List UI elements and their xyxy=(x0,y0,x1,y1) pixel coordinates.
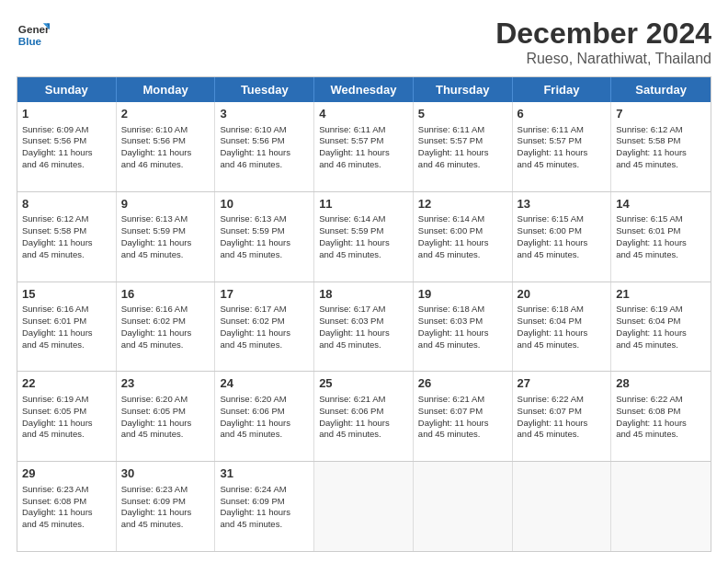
calendar-cell: 2Sunrise: 6:10 AMSunset: 5:56 PMDaylight… xyxy=(117,102,216,191)
calendar-week-1: 1Sunrise: 6:09 AMSunset: 5:56 PMDaylight… xyxy=(17,102,711,191)
location-subtitle: Rueso, Narathiwat, Thailand xyxy=(495,51,711,67)
header-friday: Friday xyxy=(513,77,612,102)
day-number: 24 xyxy=(220,375,309,392)
sun-info: Sunrise: 6:09 AMSunset: 5:56 PMDaylight:… xyxy=(22,124,93,169)
calendar-week-4: 22Sunrise: 6:19 AMSunset: 6:05 PMDayligh… xyxy=(17,371,711,461)
day-number: 27 xyxy=(518,375,607,392)
calendar-cell: 16Sunrise: 6:16 AMSunset: 6:02 PMDayligh… xyxy=(117,282,216,372)
sun-info: Sunrise: 6:15 AMSunset: 6:01 PMDaylight:… xyxy=(616,213,687,259)
day-number: 25 xyxy=(319,375,408,392)
calendar-cell: 3Sunrise: 6:10 AMSunset: 5:56 PMDaylight… xyxy=(215,102,314,191)
sun-info: Sunrise: 6:11 AMSunset: 5:57 PMDaylight:… xyxy=(319,124,390,169)
calendar-cell: 12Sunrise: 6:14 AMSunset: 6:00 PMDayligh… xyxy=(414,192,513,282)
day-number: 16 xyxy=(121,286,210,303)
sun-info: Sunrise: 6:14 AMSunset: 5:59 PMDaylight:… xyxy=(319,213,390,259)
sun-info: Sunrise: 6:19 AMSunset: 6:04 PMDaylight:… xyxy=(616,304,687,349)
sun-info: Sunrise: 6:11 AMSunset: 5:57 PMDaylight:… xyxy=(418,124,489,169)
page: General Blue December 2024 Rueso, Narath… xyxy=(0,0,728,563)
calendar-cell: 8Sunrise: 6:12 AMSunset: 5:58 PMDaylight… xyxy=(17,192,117,282)
calendar-cell: 14Sunrise: 6:15 AMSunset: 6:01 PMDayligh… xyxy=(611,192,711,282)
calendar-cell: 15Sunrise: 6:16 AMSunset: 6:01 PMDayligh… xyxy=(17,282,117,372)
logo-icon: General Blue xyxy=(17,17,50,50)
sun-info: Sunrise: 6:18 AMSunset: 6:04 PMDaylight:… xyxy=(518,304,588,349)
sun-info: Sunrise: 6:21 AMSunset: 6:07 PMDaylight:… xyxy=(418,394,489,439)
day-number: 13 xyxy=(518,196,607,213)
day-number: 26 xyxy=(418,375,507,392)
calendar-cell: 26Sunrise: 6:21 AMSunset: 6:07 PMDayligh… xyxy=(414,372,513,461)
title-block: December 2024 Rueso, Narathiwat, Thailan… xyxy=(495,17,711,67)
sun-info: Sunrise: 6:22 AMSunset: 6:08 PMDaylight:… xyxy=(616,394,687,439)
sun-info: Sunrise: 6:21 AMSunset: 6:06 PMDaylight:… xyxy=(319,394,390,439)
day-number: 12 xyxy=(418,196,507,213)
sun-info: Sunrise: 6:19 AMSunset: 6:05 PMDaylight:… xyxy=(22,394,93,439)
header-tuesday: Tuesday xyxy=(215,77,314,102)
day-number: 8 xyxy=(22,196,111,213)
sun-info: Sunrise: 6:14 AMSunset: 6:00 PMDaylight:… xyxy=(418,213,489,259)
sun-info: Sunrise: 6:17 AMSunset: 6:02 PMDaylight:… xyxy=(220,304,290,349)
month-title: December 2024 xyxy=(495,17,711,51)
calendar-cell: 1Sunrise: 6:09 AMSunset: 5:56 PMDaylight… xyxy=(17,102,117,191)
day-number: 22 xyxy=(22,375,111,392)
header-saturday: Saturday xyxy=(611,77,711,102)
calendar-week-2: 8Sunrise: 6:12 AMSunset: 5:58 PMDaylight… xyxy=(17,191,711,282)
day-number: 7 xyxy=(616,106,706,122)
calendar-cell: 6Sunrise: 6:11 AMSunset: 5:57 PMDaylight… xyxy=(513,102,612,191)
calendar-cell xyxy=(513,462,612,551)
calendar: Sunday Monday Tuesday Wednesday Thursday… xyxy=(17,76,711,552)
sun-info: Sunrise: 6:20 AMSunset: 6:06 PMDaylight:… xyxy=(220,394,290,439)
calendar-cell: 27Sunrise: 6:22 AMSunset: 6:07 PMDayligh… xyxy=(513,372,612,461)
calendar-cell: 31Sunrise: 6:24 AMSunset: 6:09 PMDayligh… xyxy=(215,462,314,551)
calendar-cell: 18Sunrise: 6:17 AMSunset: 6:03 PMDayligh… xyxy=(314,282,414,372)
day-number: 21 xyxy=(616,286,706,303)
sun-info: Sunrise: 6:15 AMSunset: 6:00 PMDaylight:… xyxy=(518,213,588,259)
calendar-cell: 11Sunrise: 6:14 AMSunset: 5:59 PMDayligh… xyxy=(314,192,414,282)
calendar-cell: 13Sunrise: 6:15 AMSunset: 6:00 PMDayligh… xyxy=(513,192,612,282)
day-number: 15 xyxy=(22,286,111,303)
sun-info: Sunrise: 6:18 AMSunset: 6:03 PMDaylight:… xyxy=(418,304,489,349)
day-number: 31 xyxy=(220,465,309,482)
sun-info: Sunrise: 6:10 AMSunset: 5:56 PMDaylight:… xyxy=(220,124,290,169)
sun-info: Sunrise: 6:23 AMSunset: 6:09 PMDaylight:… xyxy=(121,484,192,529)
calendar-week-5: 29Sunrise: 6:23 AMSunset: 6:08 PMDayligh… xyxy=(17,461,711,551)
day-number: 30 xyxy=(121,465,210,482)
day-number: 28 xyxy=(616,375,706,392)
day-number: 6 xyxy=(518,106,607,122)
calendar-cell: 5Sunrise: 6:11 AMSunset: 5:57 PMDaylight… xyxy=(414,102,513,191)
day-number: 14 xyxy=(616,196,706,213)
day-number: 1 xyxy=(22,106,111,122)
day-number: 10 xyxy=(220,196,309,213)
day-number: 20 xyxy=(518,286,607,303)
calendar-cell: 7Sunrise: 6:12 AMSunset: 5:58 PMDaylight… xyxy=(611,102,711,191)
sun-info: Sunrise: 6:10 AMSunset: 5:56 PMDaylight:… xyxy=(121,124,192,169)
day-number: 3 xyxy=(220,106,309,122)
sun-info: Sunrise: 6:13 AMSunset: 5:59 PMDaylight:… xyxy=(121,213,192,259)
day-number: 18 xyxy=(319,286,408,303)
calendar-cell: 24Sunrise: 6:20 AMSunset: 6:06 PMDayligh… xyxy=(215,372,314,461)
calendar-cell: 17Sunrise: 6:17 AMSunset: 6:02 PMDayligh… xyxy=(215,282,314,372)
sun-info: Sunrise: 6:17 AMSunset: 6:03 PMDaylight:… xyxy=(319,304,390,349)
sun-info: Sunrise: 6:23 AMSunset: 6:08 PMDaylight:… xyxy=(22,484,93,529)
calendar-cell: 19Sunrise: 6:18 AMSunset: 6:03 PMDayligh… xyxy=(414,282,513,372)
calendar-cell xyxy=(314,462,414,551)
header-thursday: Thursday xyxy=(414,77,513,102)
sun-info: Sunrise: 6:24 AMSunset: 6:09 PMDaylight:… xyxy=(220,484,290,529)
sun-info: Sunrise: 6:16 AMSunset: 6:01 PMDaylight:… xyxy=(22,304,93,349)
calendar-cell: 30Sunrise: 6:23 AMSunset: 6:09 PMDayligh… xyxy=(117,462,216,551)
header-wednesday: Wednesday xyxy=(314,77,414,102)
calendar-cell xyxy=(611,462,711,551)
day-number: 11 xyxy=(319,196,408,213)
day-number: 9 xyxy=(121,196,210,213)
calendar-week-3: 15Sunrise: 6:16 AMSunset: 6:01 PMDayligh… xyxy=(17,282,711,372)
sun-info: Sunrise: 6:11 AMSunset: 5:57 PMDaylight:… xyxy=(518,124,588,169)
sun-info: Sunrise: 6:12 AMSunset: 5:58 PMDaylight:… xyxy=(616,124,687,169)
sun-info: Sunrise: 6:22 AMSunset: 6:07 PMDaylight:… xyxy=(518,394,588,439)
calendar-cell: 10Sunrise: 6:13 AMSunset: 5:59 PMDayligh… xyxy=(215,192,314,282)
svg-text:Blue: Blue xyxy=(18,35,42,47)
calendar-cell: 28Sunrise: 6:22 AMSunset: 6:08 PMDayligh… xyxy=(611,372,711,461)
sun-info: Sunrise: 6:12 AMSunset: 5:58 PMDaylight:… xyxy=(22,213,93,259)
day-number: 5 xyxy=(418,106,507,122)
sun-info: Sunrise: 6:16 AMSunset: 6:02 PMDaylight:… xyxy=(121,304,192,349)
sun-info: Sunrise: 6:13 AMSunset: 5:59 PMDaylight:… xyxy=(220,213,290,259)
calendar-cell: 20Sunrise: 6:18 AMSunset: 6:04 PMDayligh… xyxy=(513,282,612,372)
calendar-cell: 23Sunrise: 6:20 AMSunset: 6:05 PMDayligh… xyxy=(117,372,216,461)
